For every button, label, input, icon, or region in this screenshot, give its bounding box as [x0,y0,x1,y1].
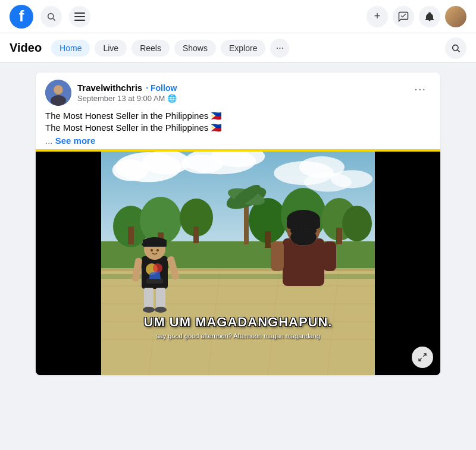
svg-rect-73 [306,228,317,234]
main-content-area: Travelwithchris · Follow September 13 at… [0,63,476,450]
tab-shows[interactable]: Shows [174,40,216,56]
svg-line-1 [53,18,55,21]
svg-point-66 [155,307,167,313]
search-button[interactable] [40,6,62,27]
svg-rect-57 [143,240,167,247]
scene-svg [101,149,375,375]
svg-rect-72 [290,228,301,234]
post-meta: September 13 at 9:00 AM 🌐 [77,94,177,103]
nav-left: f [10,5,90,29]
add-button[interactable]: + [367,6,388,27]
svg-rect-54 [146,279,163,284]
svg-point-10 [54,86,62,94]
video-letterbox-right [375,149,440,375]
see-more-link[interactable]: See more [55,136,96,146]
svg-rect-76 [323,241,336,271]
expand-video-button[interactable] [412,347,433,368]
post-date: September 13 at 9:00 AM [77,94,165,103]
author-avatar[interactable] [45,80,71,106]
video-letterbox-left [36,149,101,375]
video-progress-bar [36,149,440,152]
video-tab-bar: Video Home Live Reels Shows Explore ··· [0,33,476,63]
top-navigation: f + [0,0,476,33]
post-title-line1: The Most Honest Seller in the Philippine… [45,111,431,121]
svg-point-59 [151,249,153,251]
nav-right: + [367,6,466,27]
svg-point-9 [51,95,66,106]
svg-rect-4 [74,20,85,21]
svg-rect-58 [142,243,146,246]
notifications-button[interactable] [419,6,440,27]
post-title-line2: The Most Honest Seller in the Philippine… [45,122,431,133]
video-container[interactable]: UM UM MAGADANGHAPUN. say good good after… [36,149,440,375]
video-search-button[interactable] [445,37,466,59]
svg-rect-30 [193,226,199,243]
video-section-title: Video [10,41,42,55]
video-content: UM UM MAGADANGHAPUN. say good good after… [101,149,375,375]
post-header: Travelwithchris · Follow September 13 at… [36,73,440,106]
post-card: Travelwithchris · Follow September 13 at… [36,73,440,375]
facebook-logo[interactable]: f [10,5,33,29]
svg-rect-62 [156,288,165,309]
video-subtitle-sub: say good good afternoon? Afternoon magan… [113,332,363,339]
svg-rect-70 [287,219,320,229]
video-subtitle-main: UM UM MAGADANGHAPUN. [113,314,363,330]
svg-point-65 [143,307,155,313]
svg-rect-32 [265,231,271,248]
svg-point-0 [48,13,54,18]
author-info: Travelwithchris · Follow September 13 at… [45,80,177,106]
follow-button[interactable]: · Follow [146,83,177,93]
author-name: Travelwithchris [77,83,142,93]
avatar-image [445,6,466,27]
svg-rect-2 [74,12,85,14]
see-more-row: ... See more [45,136,431,146]
globe-icon: 🌐 [167,94,177,103]
video-subtitle-overlay: UM UM MAGADANGHAPUN. say good good after… [101,314,375,339]
svg-rect-3 [74,16,85,17]
user-avatar[interactable] [445,6,466,27]
ellipsis: ... [45,136,53,146]
svg-line-6 [458,50,460,52]
svg-point-5 [453,45,458,50]
post-text: The Most Honest Seller in the Philippine… [36,106,440,149]
tab-explore[interactable]: Explore [221,40,265,56]
svg-rect-74 [301,229,306,231]
tab-home[interactable]: Home [51,40,90,56]
author-avatar-image [45,80,71,106]
more-tabs-button[interactable]: ··· [270,39,289,58]
tab-live[interactable]: Live [95,40,127,56]
svg-rect-26 [128,226,134,244]
more-options-button[interactable]: ··· [409,80,431,98]
svg-rect-75 [271,241,284,271]
svg-point-60 [156,249,159,251]
author-name-row: Travelwithchris · Follow [77,83,177,93]
svg-rect-61 [144,288,154,309]
menu-button[interactable] [69,6,90,27]
messenger-button[interactable] [393,6,414,27]
svg-point-37 [342,206,372,241]
svg-rect-36 [336,228,342,244]
tab-reels[interactable]: Reels [131,40,170,56]
author-details: Travelwithchris · Follow September 13 at… [77,83,177,103]
